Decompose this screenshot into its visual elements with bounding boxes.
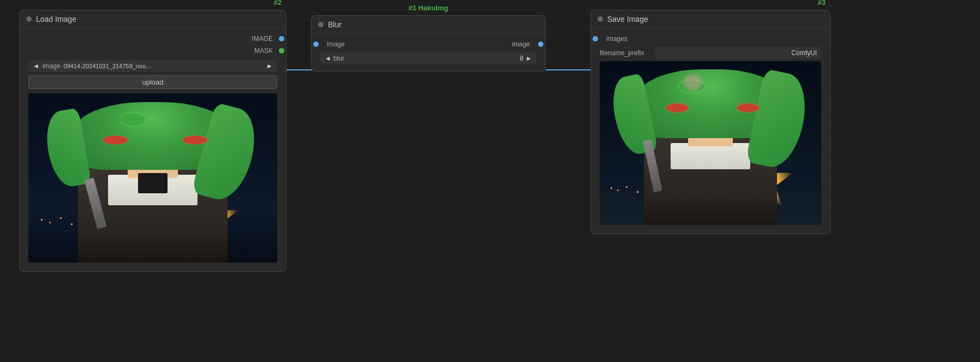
mask-output-label: MASK xyxy=(254,47,273,55)
filename-prefix-input[interactable] xyxy=(654,47,821,59)
blur-header: Blur xyxy=(312,16,545,34)
blur-node: #1 HakuImg Blur image image ◄ blur 8 ► xyxy=(311,15,546,72)
blur-image-output-dot[interactable] xyxy=(538,41,543,47)
file-selector[interactable]: ◄ image 09414-20241031_214759_noo... ► xyxy=(28,60,277,72)
blur-slider-row[interactable]: ◄ blur 8 ► xyxy=(320,52,536,64)
file-selector-label: image xyxy=(43,62,61,70)
image-output-dot[interactable] xyxy=(279,36,284,41)
blur-arrow-left[interactable]: ◄ xyxy=(325,55,331,62)
save-image-node-id: #3 xyxy=(818,0,826,7)
blur-value: 8 xyxy=(519,55,523,62)
blur-image-output-label: image xyxy=(512,40,530,48)
save-ill-shirt xyxy=(671,143,750,169)
blur-status-dot xyxy=(318,22,324,27)
mask-output-dot[interactable] xyxy=(279,48,284,54)
file-selector-value: 09414-20241031_214759_noo... xyxy=(64,63,264,69)
image-output-label: IMAGE xyxy=(252,35,273,43)
blur-label: blur xyxy=(333,55,520,62)
ill-tie xyxy=(138,173,168,193)
load-image-status-dot xyxy=(26,16,32,22)
load-image-header: Load Image xyxy=(20,10,286,28)
save-image-status-dot xyxy=(597,16,603,22)
blur-image-input-row: image image xyxy=(316,38,541,50)
save-image-header: Save Image xyxy=(591,10,830,28)
load-image-preview xyxy=(28,93,277,263)
save-image-preview xyxy=(600,61,821,225)
load-image-content: IMAGE MASK ◄ image 09414-20241031_214759… xyxy=(20,28,286,271)
load-image-node-id: #2 xyxy=(274,0,282,7)
mask-output-port-row: MASK xyxy=(24,45,282,57)
node-canvas: #2 Load Image IMAGE MASK ◄ image 09414-2… xyxy=(0,0,980,362)
save-image-title: Save Image xyxy=(607,15,648,23)
image-output-port-row: IMAGE xyxy=(24,33,282,45)
save-images-input-row: images xyxy=(595,33,826,45)
blur-title: Blur xyxy=(328,20,342,29)
save-ill-eye-left xyxy=(666,104,689,112)
load-image-illustration xyxy=(28,93,277,263)
save-images-input-dot[interactable] xyxy=(593,36,598,41)
filename-prefix-row: filename_prefix xyxy=(600,47,821,59)
save-images-input-label: images xyxy=(606,35,628,43)
blur-image-input-dot[interactable] xyxy=(313,41,319,47)
blur-arrow-right[interactable]: ► xyxy=(525,55,532,62)
ill-eye-right xyxy=(183,136,208,145)
save-ill-eye-right xyxy=(737,104,760,112)
blur-content: image image ◄ blur 8 ► xyxy=(312,34,545,71)
filename-prefix-label: filename_prefix xyxy=(600,49,654,57)
upload-button[interactable]: upload xyxy=(28,75,277,89)
load-image-node: #2 Load Image IMAGE MASK ◄ image 09414-2… xyxy=(19,10,286,272)
blur-node-id: #1 HakuImg xyxy=(409,4,449,12)
save-ill-hair-highlight xyxy=(684,74,701,91)
ill-eye-left xyxy=(103,136,128,145)
ill-city-lights xyxy=(41,219,43,221)
file-selector-arrow-right[interactable]: ► xyxy=(266,62,273,70)
file-selector-arrow-left[interactable]: ◄ xyxy=(33,62,39,70)
ill-hair-clip xyxy=(121,114,146,126)
blur-image-input-label: image xyxy=(327,40,345,48)
save-image-content: images filename_prefix xyxy=(591,28,830,234)
save-image-node: #3 Save Image images filename_prefix xyxy=(590,10,830,234)
save-image-illustration xyxy=(600,61,821,225)
load-image-title: Load Image xyxy=(36,15,76,23)
